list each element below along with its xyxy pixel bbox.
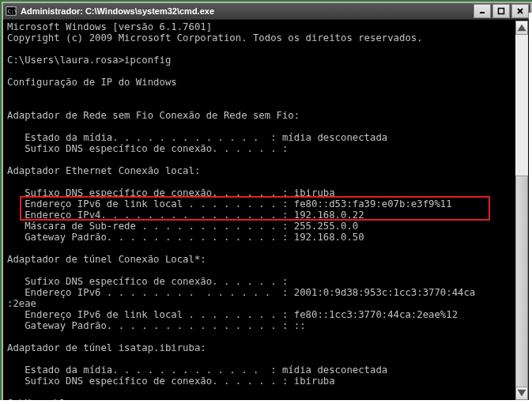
svg-rect-3 — [499, 9, 504, 14]
maximize-button[interactable] — [492, 4, 510, 18]
scroll-down-button[interactable] — [515, 386, 528, 400]
scroll-up-button[interactable] — [515, 21, 528, 35]
bottom-edge-panel — [0, 400, 532, 404]
svg-text:C:\: C:\ — [8, 9, 17, 15]
cmd-icon: C:\ — [5, 5, 17, 17]
scroll-thumb[interactable] — [515, 176, 528, 387]
scroll-track[interactable] — [515, 35, 528, 386]
titlebar[interactable]: C:\ Administrador: C:\Windows\system32\c… — [3, 3, 530, 20]
vertical-scrollbar[interactable] — [515, 21, 528, 400]
right-edge-panel — [529, 13, 532, 404]
minimize-button[interactable] — [474, 4, 491, 18]
svg-marker-6 — [517, 25, 526, 31]
window-buttons — [474, 4, 529, 18]
terminal-output[interactable]: Microsoft Windows [versão 6.1.7601] Copy… — [6, 21, 515, 400]
cmd-window: C:\ Administrador: C:\Windows\system32\c… — [2, 2, 532, 404]
window-title: Administrador: C:\Windows\system32\cmd.e… — [21, 6, 474, 16]
svg-marker-7 — [517, 390, 526, 396]
close-button[interactable] — [511, 4, 529, 18]
